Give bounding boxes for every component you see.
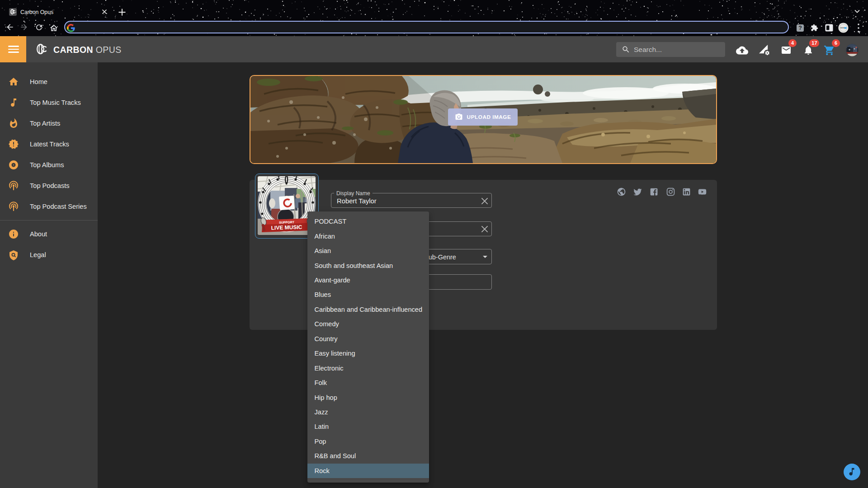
svg-text:LIVE MUSIC: LIVE MUSIC: [271, 224, 302, 231]
svg-text:SUPPORT: SUPPORT: [278, 221, 294, 224]
